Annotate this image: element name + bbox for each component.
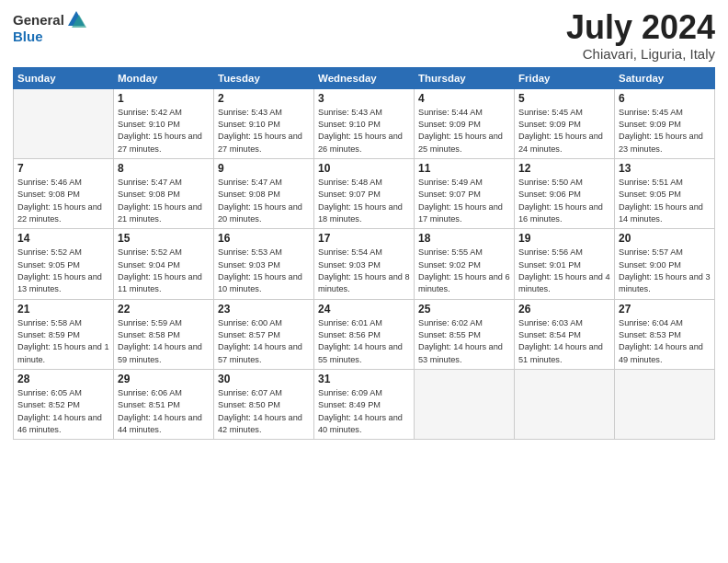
day-number: 15 [118,232,210,245]
day-info: Sunrise: 5:54 AMSunset: 9:03 PMDaylight:… [318,247,410,295]
table-row: 5Sunrise: 5:45 AMSunset: 9:09 PMDaylight… [515,88,615,158]
table-row: 17Sunrise: 5:54 AMSunset: 9:03 PMDayligh… [314,229,415,299]
table-row: 16Sunrise: 5:53 AMSunset: 9:03 PMDayligh… [214,229,314,299]
day-number: 3 [318,92,410,105]
day-info: Sunrise: 5:47 AMSunset: 9:08 PMDaylight:… [218,177,310,225]
day-info: Sunrise: 5:50 AMSunset: 9:06 PMDaylight:… [518,177,610,225]
day-info: Sunrise: 5:58 AMSunset: 8:59 PMDaylight:… [17,317,109,366]
day-info: Sunrise: 5:52 AMSunset: 9:04 PMDaylight:… [118,247,210,295]
day-info: Sunrise: 5:48 AMSunset: 9:07 PMDaylight:… [318,177,410,225]
day-number: 28 [17,373,109,385]
day-number: 18 [418,232,510,245]
table-row: 22Sunrise: 5:59 AMSunset: 8:58 PMDayligh… [114,299,214,369]
table-row: 21Sunrise: 5:58 AMSunset: 8:59 PMDayligh… [14,299,114,369]
table-row: 28Sunrise: 6:05 AMSunset: 8:52 PMDayligh… [14,370,114,440]
header-thursday: Thursday [415,67,515,88]
table-row: 12Sunrise: 5:50 AMSunset: 9:06 PMDayligh… [515,158,615,228]
table-row: 23Sunrise: 6:00 AMSunset: 8:57 PMDayligh… [214,299,314,369]
day-number: 13 [619,162,711,175]
table-row [14,88,114,158]
table-row: 31Sunrise: 6:09 AMSunset: 8:49 PMDayligh… [314,370,415,440]
calendar-week-row: 14Sunrise: 5:52 AMSunset: 9:05 PMDayligh… [14,229,715,299]
table-row: 2Sunrise: 5:43 AMSunset: 9:10 PMDaylight… [214,88,314,158]
table-row: 24Sunrise: 6:01 AMSunset: 8:56 PMDayligh… [314,299,415,369]
table-row: 11Sunrise: 5:49 AMSunset: 9:07 PMDayligh… [415,158,515,228]
header-sunday: Sunday [14,67,114,88]
calendar-table: Sunday Monday Tuesday Wednesday Thursday… [13,67,715,441]
day-info: Sunrise: 5:45 AMSunset: 9:09 PMDaylight:… [619,107,711,155]
table-row: 8Sunrise: 5:47 AMSunset: 9:08 PMDaylight… [114,158,214,228]
header-wednesday: Wednesday [314,67,415,88]
table-row: 9Sunrise: 5:47 AMSunset: 9:08 PMDaylight… [214,158,314,228]
title-block: July 2024 Chiavari, Liguria, Italy [566,9,715,62]
day-number: 21 [17,303,109,316]
calendar-week-row: 28Sunrise: 6:05 AMSunset: 8:52 PMDayligh… [14,370,715,440]
day-info: Sunrise: 5:59 AMSunset: 8:58 PMDaylight:… [118,317,210,366]
day-info: Sunrise: 6:01 AMSunset: 8:56 PMDaylight:… [318,317,410,366]
day-info: Sunrise: 6:00 AMSunset: 8:57 PMDaylight:… [218,317,310,366]
calendar-week-row: 21Sunrise: 5:58 AMSunset: 8:59 PMDayligh… [14,299,715,369]
day-number: 2 [218,92,310,105]
table-row [415,370,515,440]
table-row: 6Sunrise: 5:45 AMSunset: 9:09 PMDaylight… [615,88,715,158]
logo-general: General [13,13,64,27]
table-row: 18Sunrise: 5:55 AMSunset: 9:02 PMDayligh… [415,229,515,299]
day-info: Sunrise: 6:07 AMSunset: 8:50 PMDaylight:… [218,387,310,436]
table-row: 14Sunrise: 5:52 AMSunset: 9:05 PMDayligh… [14,229,114,299]
day-number: 14 [17,232,109,245]
day-number: 9 [218,162,310,175]
header-saturday: Saturday [615,67,715,88]
day-number: 22 [118,303,210,316]
table-row: 19Sunrise: 5:56 AMSunset: 9:01 PMDayligh… [515,229,615,299]
day-info: Sunrise: 5:55 AMSunset: 9:02 PMDaylight:… [418,247,510,295]
logo: General Blue [13,9,86,43]
day-number: 10 [318,162,410,175]
table-row [615,370,715,440]
day-number: 16 [218,232,310,245]
day-number: 24 [318,303,410,316]
table-row: 4Sunrise: 5:44 AMSunset: 9:09 PMDaylight… [415,88,515,158]
logo-icon [66,9,86,29]
day-number: 1 [118,92,210,105]
day-info: Sunrise: 5:43 AMSunset: 9:10 PMDaylight:… [218,107,310,155]
day-info: Sunrise: 6:04 AMSunset: 8:53 PMDaylight:… [619,317,711,366]
table-row: 15Sunrise: 5:52 AMSunset: 9:04 PMDayligh… [114,229,214,299]
day-number: 20 [619,232,711,245]
day-info: Sunrise: 5:46 AMSunset: 9:08 PMDaylight:… [17,177,109,225]
table-row: 7Sunrise: 5:46 AMSunset: 9:08 PMDaylight… [14,158,114,228]
day-number: 29 [118,373,210,385]
day-number: 12 [518,162,610,175]
table-row: 3Sunrise: 5:43 AMSunset: 9:10 PMDaylight… [314,88,415,158]
day-info: Sunrise: 6:02 AMSunset: 8:55 PMDaylight:… [418,317,510,366]
day-number: 7 [17,162,109,175]
day-info: Sunrise: 6:05 AMSunset: 8:52 PMDaylight:… [17,387,109,436]
day-info: Sunrise: 5:49 AMSunset: 9:07 PMDaylight:… [418,177,510,225]
table-row: 1Sunrise: 5:42 AMSunset: 9:10 PMDaylight… [114,88,214,158]
day-number: 23 [218,303,310,316]
table-row: 27Sunrise: 6:04 AMSunset: 8:53 PMDayligh… [615,299,715,369]
day-info: Sunrise: 6:06 AMSunset: 8:51 PMDaylight:… [118,387,210,436]
header-tuesday: Tuesday [214,67,314,88]
day-info: Sunrise: 5:53 AMSunset: 9:03 PMDaylight:… [218,247,310,295]
day-info: Sunrise: 5:42 AMSunset: 9:10 PMDaylight:… [118,107,210,155]
day-info: Sunrise: 6:03 AMSunset: 8:54 PMDaylight:… [518,317,610,366]
table-row: 30Sunrise: 6:07 AMSunset: 8:50 PMDayligh… [214,370,314,440]
day-info: Sunrise: 5:57 AMSunset: 9:00 PMDaylight:… [619,247,711,295]
day-number: 8 [118,162,210,175]
day-info: Sunrise: 5:45 AMSunset: 9:09 PMDaylight:… [518,107,610,155]
logo-blue: Blue [13,29,43,43]
day-number: 4 [418,92,510,105]
day-info: Sunrise: 5:52 AMSunset: 9:05 PMDaylight:… [17,247,109,295]
header-monday: Monday [114,67,214,88]
day-info: Sunrise: 5:44 AMSunset: 9:09 PMDaylight:… [418,107,510,155]
day-number: 26 [518,303,610,316]
location-title: Chiavari, Liguria, Italy [566,46,715,62]
day-info: Sunrise: 5:47 AMSunset: 9:08 PMDaylight:… [118,177,210,225]
header-friday: Friday [515,67,615,88]
day-info: Sunrise: 6:09 AMSunset: 8:49 PMDaylight:… [318,387,410,436]
day-number: 11 [418,162,510,175]
day-number: 25 [418,303,510,316]
day-number: 5 [518,92,610,105]
table-row: 13Sunrise: 5:51 AMSunset: 9:05 PMDayligh… [615,158,715,228]
day-info: Sunrise: 5:43 AMSunset: 9:10 PMDaylight:… [318,107,410,155]
